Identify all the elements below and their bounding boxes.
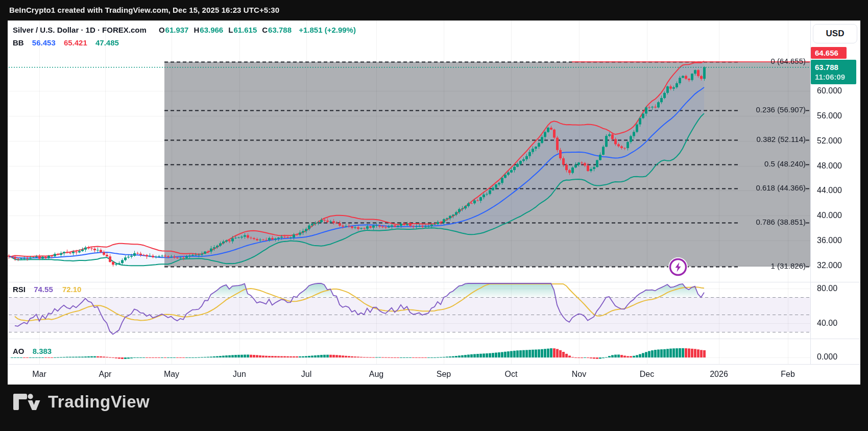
- ohlc-letter: C: [262, 26, 268, 34]
- bb-lower-value: 47.485: [95, 38, 119, 47]
- ohlc-letter: O: [159, 26, 165, 34]
- high-price-value: 64.656: [815, 49, 847, 57]
- price-tick: 60.000: [817, 86, 842, 96]
- ao-label: AO: [13, 347, 25, 355]
- fib-level-label: 0.382 (52.114): [658, 134, 806, 145]
- rsi-tick: 40.00: [817, 318, 837, 328]
- month-label[interactable]: Sep: [426, 369, 462, 380]
- rsi-label: RSI: [13, 285, 26, 294]
- ohlc-letter: L: [228, 26, 233, 34]
- symbol-title[interactable]: Silver / U.S. Dollar · 1D · FOREX.com: [13, 26, 147, 34]
- tradingview-snapshot: BeInCrypto1 created with TradingView.com…: [0, 0, 868, 431]
- rsi-value: 74.55: [34, 285, 53, 294]
- month-label[interactable]: Nov: [561, 369, 597, 380]
- fib-level-label: 0.236 (56.907): [658, 105, 806, 115]
- ohlc-number: 61.937: [165, 26, 189, 34]
- month-label[interactable]: Aug: [358, 369, 394, 380]
- month-label[interactable]: Dec: [629, 369, 665, 380]
- month-label[interactable]: Oct: [493, 369, 529, 380]
- month-label[interactable]: Apr: [87, 369, 123, 380]
- tradingview-logo[interactable]: TradingView: [13, 386, 150, 418]
- lightning-icon[interactable]: [667, 256, 689, 278]
- price-tick: 56.000: [817, 111, 842, 121]
- tradingview-logo-icon: [13, 390, 41, 414]
- last-price-value: 63.788: [815, 62, 856, 72]
- price-tick: 36.000: [817, 235, 842, 246]
- rsi-indicator-row[interactable]: RSI 74.55 72.10: [13, 285, 81, 294]
- ao-tick: 0.000: [817, 352, 837, 362]
- bb-indicator-row[interactable]: BB 56.453 65.421 47.485: [13, 38, 119, 47]
- ao-indicator-row[interactable]: AO 8.383: [13, 347, 52, 355]
- price-tick: 52.000: [817, 136, 842, 146]
- change-value: +1.851 (+2.99%): [299, 26, 356, 34]
- month-label[interactable]: 2026: [701, 369, 737, 380]
- rsi-ma-value: 72.10: [62, 285, 82, 294]
- watermark-text: BeInCrypto1 created with TradingView.com…: [9, 0, 279, 20]
- rsi-tick: 80.00: [817, 283, 837, 294]
- last-price-badge: 63.788 11:06:09: [811, 60, 856, 84]
- month-label[interactable]: Mar: [21, 369, 57, 380]
- price-tick: 32.000: [817, 260, 842, 271]
- month-label[interactable]: Jun: [222, 369, 257, 380]
- ohlc-letter: H: [194, 26, 199, 34]
- ohlc-number: 61.615: [233, 26, 257, 34]
- ohlc-number: 63.966: [200, 26, 223, 34]
- ohlc-values: O61.937H63.966L61.615C63.788: [154, 26, 292, 34]
- fib-level-label: 0.618 (44.366): [658, 183, 806, 193]
- bb-basis-value: 56.453: [32, 38, 56, 47]
- bb-upper-value: 65.421: [64, 38, 87, 47]
- fib-level-label: 0 (64.655): [658, 56, 806, 66]
- ohlc-number: 63.788: [268, 26, 292, 34]
- month-label[interactable]: May: [154, 369, 189, 380]
- price-tick: 48.000: [817, 161, 842, 171]
- bb-label: BB: [13, 38, 24, 47]
- month-label[interactable]: Feb: [770, 369, 806, 380]
- symbol-header[interactable]: Silver / U.S. Dollar · 1D · FOREX.com O6…: [13, 26, 356, 34]
- price-tick: 44.000: [817, 185, 842, 196]
- fib-level-label: 0.786 (38.851): [658, 217, 806, 227]
- month-label[interactable]: Jul: [288, 369, 324, 380]
- price-tick: 40.000: [817, 210, 842, 221]
- ao-value: 8.383: [33, 347, 52, 355]
- fib-level-label: 0.5 (48.240): [658, 159, 806, 169]
- bar-countdown: 11:06:09: [815, 72, 856, 82]
- tradingview-wordmark: TradingView: [48, 392, 150, 412]
- high-price-badge: 64.656: [811, 47, 847, 59]
- currency-toggle-button[interactable]: USD: [813, 24, 857, 43]
